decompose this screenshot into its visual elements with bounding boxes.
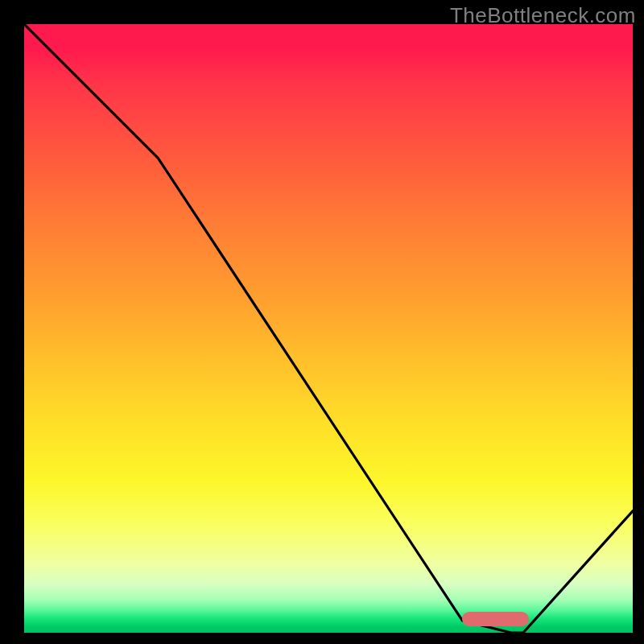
optimal-range-marker — [462, 612, 529, 626]
plot-area — [24, 24, 633, 633]
watermark-text: TheBottleneck.com — [450, 3, 636, 28]
chart-frame: TheBottleneck.com — [0, 0, 644, 644]
bottleneck-curve — [24, 24, 633, 633]
